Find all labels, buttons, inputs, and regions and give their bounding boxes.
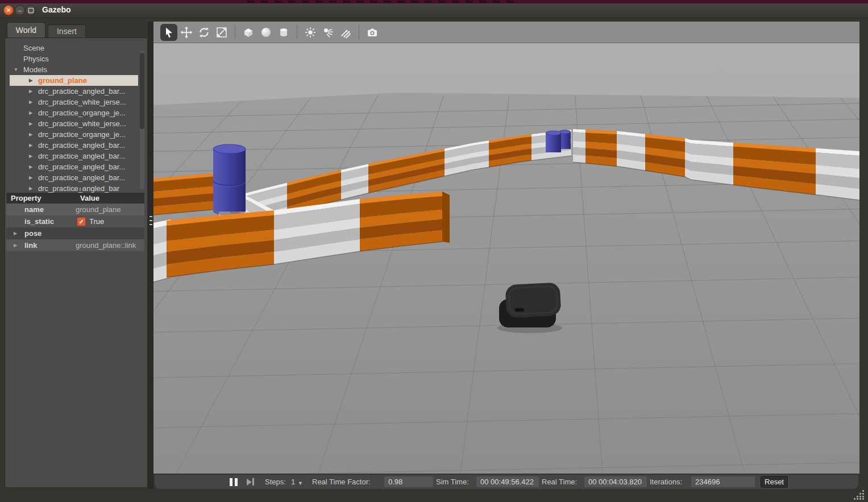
property-column-header: Property xyxy=(6,193,80,204)
point-light-button[interactable] xyxy=(302,24,319,41)
property-row-name[interactable]: name ground_plane xyxy=(6,204,144,215)
tree-item[interactable]: ▶drc_practice_organge_je... xyxy=(5,107,147,118)
view-toolbar xyxy=(153,22,859,43)
rtf-field: 0.98 xyxy=(384,476,433,487)
spot-light-button[interactable] xyxy=(319,24,337,41)
vertical-splitter[interactable] xyxy=(148,22,153,489)
expand-icon[interactable]: ▶ xyxy=(29,118,32,129)
vertical-splitter-grip[interactable] xyxy=(149,216,152,227)
minimize-button[interactable]: – xyxy=(15,5,25,15)
resize-grip-icon[interactable] xyxy=(854,489,865,500)
cylinder-icon xyxy=(277,26,290,39)
property-table-header: Property Value xyxy=(6,193,144,204)
titlebar[interactable]: ✕ – Gazebo xyxy=(0,3,868,18)
toolbar-separator xyxy=(359,25,359,40)
toolbar-separator xyxy=(235,25,235,40)
tree-scrollbar-thumb[interactable] xyxy=(140,53,144,129)
expand-icon[interactable]: ▶ xyxy=(29,161,32,172)
window-title: Gazebo xyxy=(42,5,71,14)
tree-item[interactable]: ▶drc_practice_angled_bar... xyxy=(5,151,147,161)
rtf-label: Real Time Factor: xyxy=(312,478,371,486)
steps-label: Steps: xyxy=(265,478,286,486)
expand-icon[interactable]: ▶ xyxy=(29,97,32,107)
blue-cylinder-stack[interactable] xyxy=(213,144,246,215)
tree-item[interactable]: ▶drc_practice_white_jerse... xyxy=(5,97,147,107)
sim-time-field: 00 00:49:56.422 xyxy=(476,476,539,487)
property-row-link[interactable]: ▶ link ground_plane::link xyxy=(6,239,144,251)
tree-item[interactable]: ▶drc_practice_angled_bar... xyxy=(5,86,147,97)
tree-item[interactable]: ▶drc_practice_white_jerse... xyxy=(5,118,147,129)
tree-item-models[interactable]: ▼Models xyxy=(5,64,147,75)
pause-button[interactable] xyxy=(230,478,238,486)
spot-light-icon xyxy=(322,26,334,39)
model-tree: Scene Physics ▼Models ▶ground_plane ▶drc… xyxy=(5,43,147,193)
jersey-barrier-left[interactable] xyxy=(153,173,222,215)
collapse-icon[interactable]: ▼ xyxy=(14,64,18,75)
tab-world[interactable]: World xyxy=(7,22,45,38)
tree-item-ground-plane[interactable]: ▶ground_plane xyxy=(10,75,138,86)
expand-icon[interactable]: ▶ xyxy=(29,140,32,151)
toolbar-separator xyxy=(297,25,297,40)
background-window-title-remnant xyxy=(247,1,514,3)
translate-icon xyxy=(180,26,193,39)
sphere-icon xyxy=(260,26,272,39)
panel-splitter-grip[interactable] xyxy=(71,188,84,191)
maximize-button[interactable] xyxy=(26,5,36,15)
real-time-field: 00 00:04:03.820 xyxy=(584,476,647,487)
close-button[interactable]: ✕ xyxy=(3,5,14,15)
box-icon xyxy=(242,26,255,39)
value-column-header: Value xyxy=(80,193,144,204)
scale-tool-button[interactable] xyxy=(213,24,230,41)
directional-light-button[interactable] xyxy=(337,24,354,41)
steps-value[interactable]: 1 xyxy=(291,478,295,486)
tree-item[interactable]: ▶drc_practice_angled_bar... xyxy=(5,161,147,172)
reset-button[interactable]: Reset xyxy=(761,476,788,488)
rotate-icon xyxy=(198,26,210,39)
tree-item-physics[interactable]: Physics xyxy=(5,53,147,64)
tab-insert[interactable]: Insert xyxy=(48,24,86,38)
iterations-field: 234696 xyxy=(691,476,755,487)
expand-icon[interactable]: ▶ xyxy=(29,183,32,193)
simulation-scene xyxy=(153,43,859,474)
steps-dropdown-icon[interactable]: ▼ xyxy=(298,480,303,486)
insert-box-button[interactable] xyxy=(240,24,257,41)
expand-icon[interactable]: ▶ xyxy=(29,172,32,183)
expand-icon[interactable]: ▶ xyxy=(14,239,17,251)
property-row-is-static[interactable]: is_static ✓True xyxy=(6,215,144,227)
property-table: Property Value name ground_plane is_stat… xyxy=(6,193,144,251)
simulation-statusbar: Steps: 1 ▼ Real Time Factor: 0.98 Sim Ti… xyxy=(155,475,858,489)
iterations-label: Iterations: xyxy=(650,478,682,486)
insert-sphere-button[interactable] xyxy=(258,24,275,41)
tree-item-scene[interactable]: Scene xyxy=(5,43,147,53)
select-arrow-icon xyxy=(163,26,175,39)
tree-item[interactable]: ▶drc_practice_angled_bar... xyxy=(5,172,147,183)
gazebo-window: { "window": { "title": "Gazebo", "contro… xyxy=(0,0,868,502)
select-tool-button[interactable] xyxy=(160,24,177,41)
expand-icon[interactable]: ▶ xyxy=(29,129,32,140)
real-time-label: Real Time: xyxy=(542,478,577,486)
translate-tool-button[interactable] xyxy=(178,24,195,41)
checkbox-checked-icon[interactable]: ✓ xyxy=(77,217,86,226)
expand-icon[interactable]: ▶ xyxy=(14,227,17,239)
sim-time-label: Sim Time: xyxy=(436,478,469,486)
insert-cylinder-button[interactable] xyxy=(275,24,292,41)
screenshot-button[interactable] xyxy=(364,24,381,41)
property-row-pose[interactable]: ▶ pose xyxy=(6,227,144,239)
expand-icon[interactable]: ▶ xyxy=(29,151,32,161)
step-button[interactable] xyxy=(247,478,256,486)
world-panel: Scene Physics ▼Models ▶ground_plane ▶drc… xyxy=(5,38,148,488)
expand-icon[interactable]: ▶ xyxy=(29,107,32,118)
rotate-tool-button[interactable] xyxy=(196,24,213,41)
tree-item[interactable]: ▶drc_practice_organge_je... xyxy=(5,129,147,140)
expand-icon[interactable]: ▶ xyxy=(29,75,32,86)
expand-icon[interactable]: ▶ xyxy=(29,86,32,97)
point-light-icon xyxy=(304,26,317,39)
directional-light-icon xyxy=(339,26,352,39)
tree-item[interactable]: ▶drc_practice_angled_bar... xyxy=(5,140,147,151)
scale-icon xyxy=(215,26,228,39)
camera-icon xyxy=(366,26,379,39)
3d-viewport[interactable] xyxy=(153,43,859,474)
